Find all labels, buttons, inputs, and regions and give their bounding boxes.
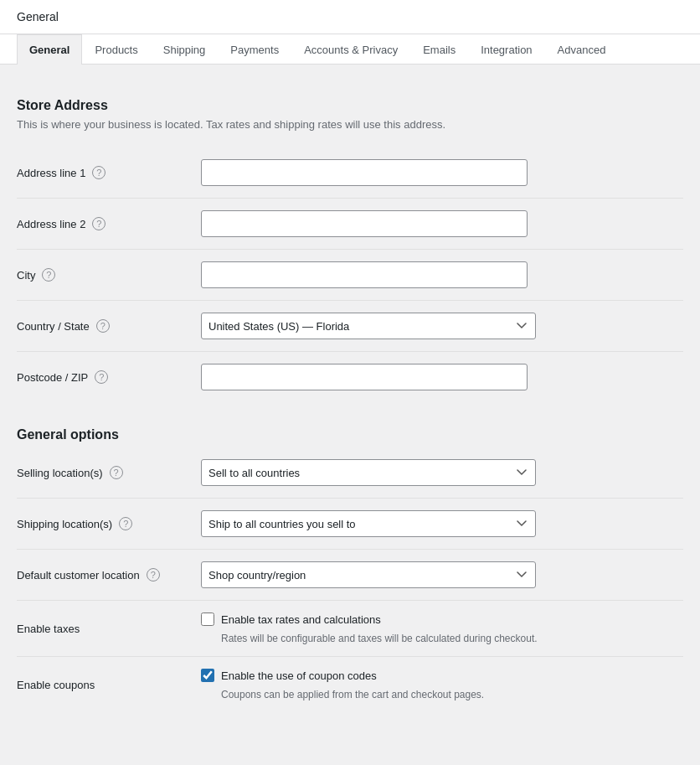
selling-locations-help-icon[interactable]: ? — [110, 466, 123, 479]
default-customer-location-label: Default customer location — [17, 569, 140, 582]
country-state-select[interactable]: United States (US) — Florida United Stat… — [201, 313, 536, 339]
selling-locations-label: Selling location(s) — [17, 467, 103, 479]
selling-locations-select[interactable]: Sell to all countries Sell to specific c… — [201, 459, 536, 486]
tabs-nav: General Products Shipping Payments Accou… — [0, 34, 700, 65]
tab-general[interactable]: General — [17, 34, 82, 65]
address2-label: Address line 2 — [17, 218, 85, 230]
enable-taxes-label: Enable taxes — [17, 623, 80, 635]
postcode-help-icon[interactable]: ? — [95, 370, 108, 384]
store-address-table: Address line 1 ? Address line 2 ? — [17, 147, 683, 402]
enable-coupons-label: Enable coupons — [17, 679, 95, 691]
country-state-help-icon[interactable]: ? — [96, 319, 110, 333]
city-help-icon[interactable]: ? — [42, 268, 55, 282]
default-customer-location-help-icon[interactable]: ? — [147, 568, 160, 582]
country-state-label: Country / State — [17, 320, 90, 333]
default-customer-location-select[interactable]: Shop country/region Geolocate No locatio… — [201, 561, 536, 588]
enable-coupons-checkbox[interactable] — [201, 669, 214, 682]
tab-shipping[interactable]: Shipping — [151, 34, 219, 65]
shipping-locations-help-icon[interactable]: ? — [119, 517, 132, 530]
tab-payments[interactable]: Payments — [218, 34, 291, 65]
shipping-locations-label: Shipping location(s) — [17, 518, 112, 530]
tab-products[interactable]: Products — [82, 34, 150, 65]
enable-taxes-group: Enable tax rates and calculations Rates … — [201, 613, 683, 644]
enable-taxes-checkbox-label[interactable]: Enable tax rates and calculations — [221, 613, 381, 626]
enable-coupons-checkbox-label[interactable]: Enable the use of coupon codes — [221, 669, 377, 682]
enable-taxes-checkbox[interactable] — [201, 613, 214, 626]
store-address-title: Store Address — [17, 98, 683, 113]
shipping-locations-select[interactable]: Ship to all countries you sell to Ship t… — [201, 510, 536, 537]
general-options-title: General options — [17, 427, 683, 442]
address2-input[interactable] — [201, 210, 528, 237]
city-label: City — [17, 269, 35, 282]
tab-emails[interactable]: Emails — [410, 34, 468, 65]
city-input[interactable] — [201, 261, 528, 288]
address2-help-icon[interactable]: ? — [92, 217, 106, 230]
address1-help-icon[interactable]: ? — [92, 166, 106, 179]
tab-accounts-privacy[interactable]: Accounts & Privacy — [291, 34, 410, 65]
tab-advanced[interactable]: Advanced — [545, 34, 619, 65]
address1-input[interactable] — [201, 159, 528, 186]
enable-coupons-group: Enable the use of coupon codes Coupons c… — [201, 669, 683, 700]
page-title: General — [17, 10, 59, 23]
postcode-input[interactable] — [201, 364, 528, 390]
enable-taxes-desc: Rates will be configurable and taxes wil… — [221, 633, 683, 644]
tab-integration[interactable]: Integration — [468, 34, 544, 65]
postcode-label: Postcode / ZIP — [17, 371, 88, 384]
address1-label: Address line 1 — [17, 167, 85, 179]
general-options-table: Selling location(s) ? Sell to all countr… — [17, 447, 683, 712]
enable-coupons-desc: Coupons can be applied from the cart and… — [221, 689, 683, 700]
store-address-desc: This is where your business is located. … — [17, 118, 683, 131]
